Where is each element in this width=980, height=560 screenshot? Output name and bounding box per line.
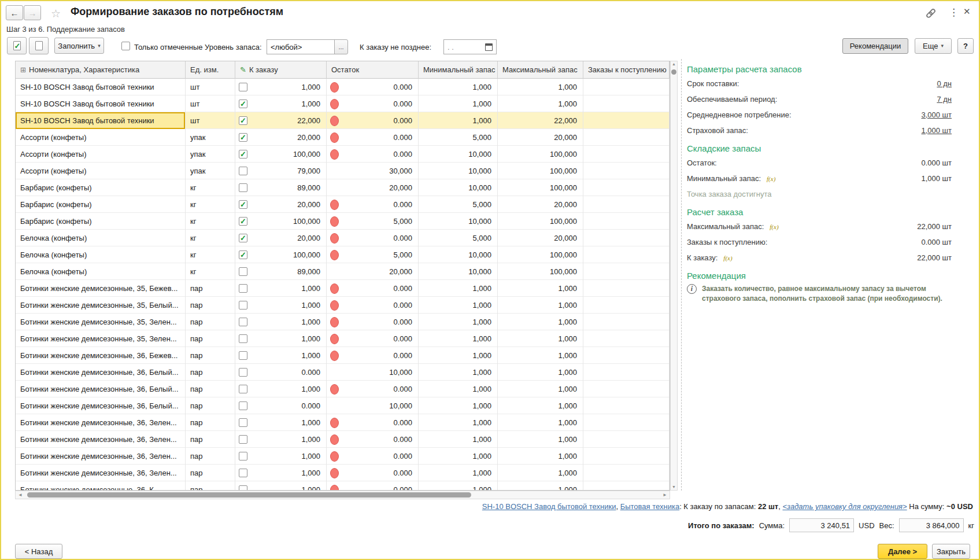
cell-nomenclature[interactable]: Ботинки женские демисезонные, 36, Белый.… [16, 397, 186, 414]
row-order-checkbox[interactable]: ✓ [239, 234, 247, 242]
cell-nomenclature[interactable]: Ботинки женские демисезонные, 36, Белый.… [16, 364, 186, 381]
table-row[interactable]: Барбарис (конфеты)кг✓100,0005,00010,0001… [16, 213, 670, 230]
row-order-checkbox[interactable] [239, 401, 247, 410]
cell-nomenclature[interactable]: Барбарис (конфеты) [16, 196, 186, 213]
row-order-checkbox[interactable] [239, 318, 247, 326]
panel-param-value[interactable]: 7 дн [937, 95, 952, 104]
row-order-checkbox[interactable]: ✓ [239, 217, 247, 226]
favorite-star-icon[interactable]: ☆ [51, 7, 61, 20]
row-order-checkbox[interactable] [239, 183, 247, 192]
only-marked-checkbox[interactable] [121, 42, 130, 50]
scroll-right-icon[interactable]: ► [660, 492, 670, 498]
table-row[interactable]: Барбарис (конфеты)кг✓20,0000.0005,00020,… [16, 196, 670, 213]
uncheck-all-button[interactable] [29, 37, 49, 54]
row-order-checkbox[interactable] [239, 452, 247, 460]
nomenclature-link[interactable]: SH-10 BOSCH Завод бытовой техники [482, 502, 616, 511]
order-by-date-input[interactable]: . . [443, 39, 497, 54]
row-order-checkbox[interactable] [239, 368, 247, 377]
column-min-stock[interactable]: Минимальный запас [419, 61, 498, 79]
grid-settings-icon[interactable]: ⊞ [20, 66, 26, 74]
column-nomenclature[interactable]: ⊞ Номенклатура, Характеристика [16, 61, 186, 79]
calendar-icon[interactable] [485, 43, 493, 51]
set-packaging-link[interactable]: <задать упаковку для округления> [782, 502, 907, 511]
help-button[interactable]: ? [957, 38, 974, 54]
cell-nomenclature[interactable]: Ботинки женские демисезонные, 36, Зелен.… [16, 431, 186, 448]
cell-nomenclature[interactable]: SH-10 BOSCH Завод бытовой техники [16, 95, 186, 112]
sum-field[interactable]: 3 240,51 [789, 518, 854, 532]
table-row[interactable]: Белочка (конфеты)кг✓100,0005,00010,00010… [16, 246, 670, 263]
more-menu-icon[interactable]: ⋮ [949, 6, 959, 19]
row-order-checkbox[interactable] [239, 284, 247, 293]
cell-nomenclature[interactable]: Ботинки женские демисезонные, 35, Бежев.… [16, 280, 186, 297]
cell-nomenclature[interactable]: Барбарис (конфеты) [16, 179, 186, 196]
close-icon[interactable]: ✕ [963, 6, 971, 17]
horizontal-scroll-thumb[interactable] [27, 492, 471, 498]
panel-param-value[interactable]: 1,000 шт [921, 126, 952, 135]
table-row[interactable]: Ботинки женские демисезонные, 36, Бежев.… [16, 347, 670, 364]
weight-field[interactable]: 3 864,000 [899, 518, 964, 532]
cell-nomenclature[interactable]: Ботинки женские демисезонные, 35, Зелен.… [16, 330, 186, 347]
scroll-down-icon[interactable]: ▼ [672, 484, 676, 490]
recommendations-button[interactable]: Рекомендации [842, 38, 908, 54]
cell-nomenclature[interactable]: SH-10 BOSCH Завод бытовой техники [16, 112, 186, 129]
panel-param-value[interactable]: 0 дн [937, 79, 952, 88]
cell-nomenclature[interactable]: Барбарис (конфеты) [16, 213, 186, 230]
cell-nomenclature[interactable]: Ботинки женские демисезонные, 35, Зелен.… [16, 314, 186, 330]
more-button[interactable]: Еще ▾ [915, 38, 952, 54]
row-order-checkbox[interactable]: ✓ [239, 200, 247, 209]
cell-nomenclature[interactable]: Ботинки женские демисезонные, 36, Бежев.… [16, 347, 186, 364]
table-row[interactable]: SH-10 BOSCH Завод бытовой техникишт✓22,0… [16, 112, 670, 129]
row-order-checkbox[interactable] [239, 435, 247, 444]
get-link-icon[interactable] [925, 8, 937, 19]
table-row[interactable]: Ботинки женские демисезонные, 36, Зелен.… [16, 465, 670, 481]
fx-icon[interactable]: f(x) [770, 223, 778, 230]
table-row[interactable]: Ботинки женские демисезонные, 35, Зелен.… [16, 330, 670, 347]
cell-nomenclature[interactable]: Ботинки женские демисезонные, 36, К... [16, 481, 186, 491]
column-to-order[interactable]: ✎ К заказу [235, 61, 327, 79]
stock-level-more-button[interactable]: ... [334, 39, 348, 54]
close-button[interactable]: Закрыть [932, 544, 970, 559]
table-row[interactable]: Ботинки женские демисезонные, 35, Белый.… [16, 297, 670, 314]
table-row[interactable]: Ботинки женские демисезонные, 35, Зелен.… [16, 314, 670, 330]
category-link[interactable]: Бытовая техника [620, 502, 679, 511]
cell-nomenclature[interactable]: Ботинки женские демисезонные, 35, Белый.… [16, 297, 186, 314]
table-row[interactable]: Ботинки женские демисезонные, 36, Зелен.… [16, 414, 670, 431]
fx-icon[interactable]: f(x) [767, 175, 775, 182]
table-row[interactable]: SH-10 BOSCH Завод бытовой техникишт✓1,00… [16, 95, 670, 112]
table-row[interactable]: Ботинки женские демисезонные, 36, К...па… [16, 481, 670, 491]
cell-nomenclature[interactable]: Ассорти (конфеты) [16, 146, 186, 163]
stock-level-select[interactable]: <любой> [267, 39, 335, 54]
column-max-stock[interactable]: Максимальный запас [498, 61, 583, 79]
vertical-scrollbar[interactable]: ▲ ▼ [670, 61, 678, 491]
vertical-scroll-thumb[interactable] [671, 69, 676, 75]
next-button[interactable]: Далее > [878, 544, 927, 559]
cell-nomenclature[interactable]: Белочка (конфеты) [16, 263, 186, 280]
cell-nomenclature[interactable]: Ассорти (конфеты) [16, 163, 186, 179]
column-unit[interactable]: Ед. изм. [186, 61, 235, 79]
row-order-checkbox[interactable]: ✓ [239, 100, 247, 108]
nav-back-button[interactable]: ← [6, 5, 23, 20]
table-row[interactable]: Ассорти (конфеты)упак79,00030,00010,0001… [16, 163, 670, 179]
row-order-checkbox[interactable] [239, 167, 247, 175]
row-order-checkbox[interactable] [239, 351, 247, 360]
check-all-button[interactable]: ✓ [7, 37, 27, 54]
column-stock[interactable]: Остаток [327, 61, 419, 79]
table-row[interactable]: Белочка (конфеты)кг✓20,0000.0005,00020,0… [16, 230, 670, 246]
cell-nomenclature[interactable]: Ботинки женские демисезонные, 36, Зелен.… [16, 414, 186, 431]
table-row[interactable]: Ботинки женские демисезонные, 36, Белый.… [16, 397, 670, 414]
row-order-checkbox[interactable] [239, 267, 247, 276]
row-order-checkbox[interactable]: ✓ [239, 150, 247, 159]
horizontal-scrollbar[interactable]: ◄ ► [15, 491, 670, 499]
table-row[interactable]: Ботинки женские демисезонные, 36, Зелен.… [16, 448, 670, 465]
fill-button[interactable]: Заполнить ▾ [54, 38, 104, 54]
table-row[interactable]: Ботинки женские демисезонные, 36, Зелен.… [16, 431, 670, 448]
row-order-checkbox[interactable] [239, 334, 247, 343]
cell-nomenclature[interactable]: Белочка (конфеты) [16, 246, 186, 263]
table-row[interactable]: Ботинки женские демисезонные, 36, Белый.… [16, 381, 670, 397]
row-order-checkbox[interactable] [239, 385, 247, 393]
table-row[interactable]: Ассорти (конфеты)упак✓20,0000.0005,00020… [16, 129, 670, 146]
row-order-checkbox[interactable] [239, 301, 247, 310]
row-order-checkbox[interactable] [239, 418, 247, 427]
cell-nomenclature[interactable]: Ботинки женские демисезонные, 36, Зелен.… [16, 465, 186, 481]
cell-nomenclature[interactable]: Ботинки женские демисезонные, 36, Белый.… [16, 381, 186, 397]
